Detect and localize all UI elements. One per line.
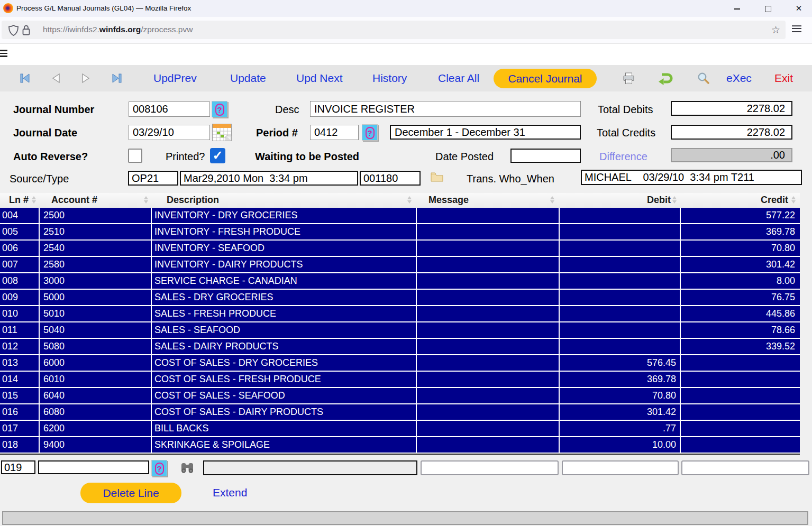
cell-ln: 005 bbox=[0, 224, 40, 241]
period-input[interactable] bbox=[310, 125, 359, 140]
entry-account-input[interactable] bbox=[38, 460, 149, 474]
close-button[interactable]: ✕ bbox=[791, 2, 807, 15]
col-debit[interactable]: Debit bbox=[608, 195, 671, 206]
sort-icon[interactable] bbox=[144, 196, 149, 204]
table-row[interactable]: 0072580INVENTORY - DAIRY PRODUCTS301.42 bbox=[0, 257, 800, 273]
cell-ln: 017 bbox=[0, 421, 40, 437]
sort-icon[interactable] bbox=[550, 196, 555, 204]
table-row[interactable]: 0125080SALES - DAIRY PRODUCTS339.52 bbox=[0, 339, 800, 355]
bookmark-star-icon[interactable]: ☆ bbox=[771, 24, 780, 36]
url-bar[interactable]: https://iwinfds2.winfds.org/zprocess.pvw… bbox=[2, 21, 786, 39]
folder-icon[interactable] bbox=[431, 172, 443, 182]
url-text[interactable]: https://iwinfds2.winfds.org/zprocess.pvw bbox=[43, 25, 193, 34]
cell-debit bbox=[560, 224, 681, 241]
app-menu-icon[interactable] bbox=[0, 50, 7, 57]
cell-account: 2580 bbox=[40, 257, 152, 273]
cell-msg bbox=[417, 372, 560, 388]
col-account[interactable]: Account # bbox=[51, 195, 97, 206]
table-row[interactable]: 0115040SALES - SEAFOOD78.66 bbox=[0, 322, 800, 339]
entry-credit-input[interactable] bbox=[681, 460, 809, 475]
prev-record-icon[interactable] bbox=[51, 73, 61, 84]
clear-all-link[interactable]: Clear All bbox=[438, 72, 479, 85]
maximize-button[interactable] bbox=[760, 2, 776, 15]
sort-icon[interactable] bbox=[407, 196, 412, 204]
history-link[interactable]: History bbox=[372, 72, 407, 85]
col-ln[interactable]: Ln # bbox=[9, 195, 29, 206]
col-credit[interactable]: Credit bbox=[726, 195, 788, 206]
cell-ln: 004 bbox=[0, 208, 40, 224]
cell-ln: 014 bbox=[0, 372, 40, 388]
col-message[interactable]: Message bbox=[428, 195, 469, 206]
table-row[interactable]: 0176200BILL BACKS.77 bbox=[0, 421, 800, 437]
desc-input[interactable] bbox=[310, 101, 581, 117]
sort-icon[interactable] bbox=[672, 196, 677, 204]
window-titlebar: Process G/L Manual Journals (GL04) — Moz… bbox=[0, 0, 812, 17]
cell-msg bbox=[417, 388, 560, 404]
first-record-icon[interactable] bbox=[20, 73, 31, 84]
lock-icon[interactable] bbox=[22, 24, 30, 36]
search-icon[interactable] bbox=[697, 72, 710, 85]
trans-who-when-input[interactable] bbox=[581, 170, 802, 185]
col-description[interactable]: Description bbox=[167, 195, 219, 206]
last-record-icon[interactable] bbox=[111, 73, 122, 84]
undo-icon[interactable] bbox=[658, 71, 673, 85]
cell-debit bbox=[560, 208, 681, 224]
print-icon[interactable] bbox=[622, 72, 635, 85]
table-row[interactable]: 0189400SKRINKAGE & SPOILAGE10.00 bbox=[0, 437, 800, 454]
journal-number-lookup-button[interactable]: ? bbox=[212, 101, 227, 117]
exit-link[interactable]: Exit bbox=[774, 72, 793, 85]
table-row[interactable]: 0146010COST OF SALES - FRESH PRODUCE369.… bbox=[0, 372, 800, 388]
next-record-icon[interactable] bbox=[81, 73, 90, 84]
entry-message-input[interactable] bbox=[421, 460, 559, 475]
extend-link[interactable]: Extend bbox=[213, 486, 247, 499]
entry-description-input[interactable] bbox=[203, 460, 417, 475]
binoculars-icon[interactable] bbox=[180, 462, 194, 474]
entry-account-lookup-button[interactable]: ? bbox=[151, 460, 167, 476]
exec-link[interactable]: eXec bbox=[726, 72, 752, 85]
table-row[interactable]: 0136000COST OF SALES - DRY GROCERIES576.… bbox=[0, 355, 800, 372]
cell-desc: INVENTORY - DAIRY PRODUCTS bbox=[152, 257, 417, 273]
table-row[interactable]: 0083000SERVICE CHARGE - CANADIAN8.00 bbox=[0, 273, 800, 290]
entry-ln-input[interactable] bbox=[1, 460, 35, 474]
source-type-input[interactable] bbox=[128, 171, 178, 186]
cell-account: 6040 bbox=[40, 388, 152, 404]
calendar-icon[interactable] bbox=[212, 124, 232, 141]
update-link[interactable]: Update bbox=[230, 72, 266, 85]
date-posted-input[interactable] bbox=[510, 149, 581, 163]
auto-reverse-checkbox[interactable] bbox=[128, 149, 142, 163]
journal-number-input[interactable] bbox=[129, 101, 210, 117]
delete-line-button[interactable]: Delete Line bbox=[80, 483, 181, 503]
table-row[interactable]: 0105010SALES - FRESH PRODUCE445.86 bbox=[0, 306, 800, 322]
shield-icon[interactable] bbox=[8, 25, 19, 36]
journal-date-input[interactable] bbox=[129, 125, 210, 140]
source-ref-input[interactable] bbox=[360, 171, 421, 186]
window-title: Process G/L Manual Journals (GL04) — Moz… bbox=[16, 4, 191, 12]
cell-debit bbox=[560, 322, 681, 339]
cell-credit: 8.00 bbox=[681, 273, 800, 290]
updprev-link[interactable]: UpdPrev bbox=[153, 72, 197, 85]
cell-msg bbox=[417, 339, 560, 355]
browser-menu-icon[interactable] bbox=[792, 25, 801, 33]
table-row[interactable]: 0042500INVENTORY - DRY GROCERIES577.22 bbox=[0, 208, 800, 224]
cell-credit bbox=[681, 355, 800, 372]
period-lookup-button[interactable]: ? bbox=[362, 124, 378, 141]
cancel-journal-button[interactable]: Cancel Journal bbox=[494, 69, 597, 88]
table-row[interactable]: 0062540INVENTORY - SEAFOOD70.80 bbox=[0, 241, 800, 257]
table-row[interactable]: 0166080COST OF SALES - DAIRY PRODUCTS301… bbox=[0, 404, 800, 421]
sort-icon[interactable] bbox=[32, 196, 37, 204]
cell-debit: 10.00 bbox=[560, 437, 681, 454]
table-row[interactable]: 0052510INVENTORY - FRESH PRODUCE369.78 bbox=[0, 224, 800, 241]
updnext-link[interactable]: Upd Next bbox=[296, 72, 343, 85]
sort-icon[interactable] bbox=[791, 196, 796, 204]
cell-msg bbox=[417, 224, 560, 241]
cell-desc: BILL BACKS bbox=[152, 421, 417, 437]
printed-checkbox[interactable]: ✓ bbox=[210, 148, 225, 163]
table-row[interactable]: 0095000SALES - DRY GROCERIES76.75 bbox=[0, 290, 800, 306]
cell-credit: 445.86 bbox=[681, 306, 800, 322]
table-row[interactable]: 0156040COST OF SALES - SEAFOOD70.80 bbox=[0, 388, 800, 404]
cell-debit: 576.45 bbox=[560, 355, 681, 372]
source-datetime-input[interactable] bbox=[180, 171, 358, 186]
minimize-button[interactable] bbox=[729, 2, 745, 15]
cell-msg bbox=[417, 257, 560, 273]
entry-debit-input[interactable] bbox=[562, 460, 679, 475]
